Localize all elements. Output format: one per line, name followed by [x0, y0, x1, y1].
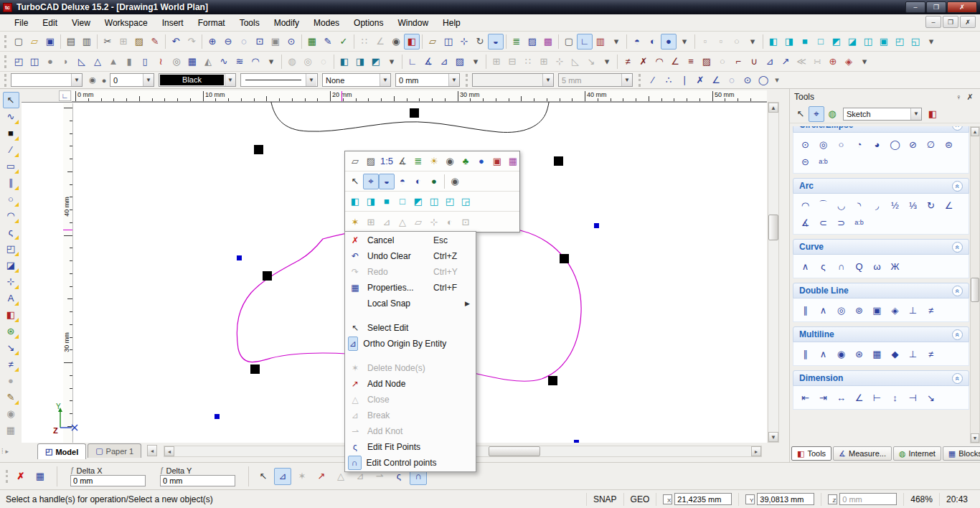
fillet-icon[interactable]: ◠ — [651, 54, 667, 70]
ml-circle-icon[interactable]: ◉ — [832, 345, 850, 362]
dim-diameter-icon[interactable]: ↕ — [886, 389, 904, 406]
mirror-copy-icon[interactable]: ⊞ — [536, 54, 552, 70]
dim-vertical-icon[interactable]: ⇥ — [814, 389, 832, 406]
select-edit-tool[interactable]: ↖ — [3, 92, 19, 108]
circle-edit-icon[interactable]: ○ — [715, 54, 730, 70]
ctx-redo[interactable]: ↷ Redo Ctrl+Y — [346, 264, 475, 280]
node-handle[interactable] — [250, 364, 260, 374]
ctx-select-edit[interactable]: ↖ Select Edit — [346, 320, 475, 336]
overflow-chevron[interactable]: ▾ — [923, 34, 939, 50]
chevron-down-icon[interactable]: ▼ — [910, 108, 921, 120]
node-handle[interactable] — [263, 271, 272, 281]
snap-angle-icon[interactable]: ∠ — [708, 72, 724, 88]
point-tool[interactable]: ■ — [3, 125, 19, 141]
rod-icon[interactable]: ▯ — [137, 54, 153, 70]
snap-tangent-icon[interactable]: ◯ — [755, 72, 771, 88]
close-button[interactable]: ✗ — [947, 1, 977, 13]
snap-toggle[interactable]: SNAP — [586, 493, 623, 506]
ml-rotated-rect-icon[interactable]: ◆ — [886, 345, 904, 362]
panel-globe-icon[interactable]: ◍ — [824, 106, 840, 122]
snap-intersection-icon[interactable]: ✗ — [692, 72, 708, 88]
section-header[interactable]: Circle/Ellipse« — [793, 126, 969, 133]
workplane-face-icon[interactable]: ▱ — [410, 214, 426, 230]
fit-array-icon[interactable]: ⊹ — [552, 54, 567, 70]
dim-leader-icon[interactable]: ⊣ — [904, 389, 922, 406]
scale-1-5-icon[interactable]: 1:5 — [379, 154, 395, 169]
palette-select-icon[interactable]: ↖ — [347, 174, 363, 189]
materials-icon[interactable]: ▥ — [593, 34, 608, 50]
spline-tool[interactable]: ς — [3, 224, 19, 240]
wedge-icon[interactable]: ◺ — [74, 54, 90, 70]
axis-icon[interactable]: ∟ — [577, 34, 593, 50]
circle-concentric-icon[interactable]: ◎ — [814, 136, 832, 153]
chevron-down-icon[interactable]: ▼ — [143, 74, 154, 86]
view-iso-2-icon[interactable]: ◨ — [781, 34, 797, 50]
ctx-add-node[interactable]: ↗ Add Node — [346, 376, 475, 392]
sphere-gray-tool[interactable]: ● — [3, 372, 19, 389]
remove-material-icon[interactable]: ◨ — [352, 54, 368, 70]
mesh-icon[interactable]: ▦ — [184, 54, 200, 70]
ellipse-icon[interactable]: ⊜ — [940, 136, 958, 153]
arc-elliptical-rot-icon[interactable]: ⊃ — [832, 214, 850, 231]
scroll-down-icon[interactable]: ▼ — [768, 432, 778, 442]
cube-view-ne-icon[interactable]: ◧ — [347, 194, 363, 210]
render-settings-icon[interactable]: ▨ — [363, 154, 379, 169]
ml-segment-icon[interactable]: ∥ — [796, 345, 814, 362]
circle-tan-3-icon[interactable]: ⊘ — [904, 136, 922, 153]
view-back-icon[interactable]: □ — [813, 34, 829, 50]
panel-brush-icon[interactable]: ◧ — [925, 106, 941, 122]
ml-polygon-icon[interactable]: ⊛ — [850, 345, 868, 362]
color-palette-icon[interactable]: ▩ — [540, 34, 556, 50]
pattern-select[interactable]: None▼ — [322, 73, 391, 87]
overflow-chevron[interactable]: ▾ — [384, 54, 400, 70]
arc-fixed-ratio-icon[interactable]: a:b — [850, 214, 868, 231]
palette-colors-icon[interactable]: ▦ — [505, 154, 521, 169]
angle-render-icon[interactable]: ∡ — [395, 154, 410, 169]
ctx-local-snap[interactable]: Local Snap ▶ — [346, 296, 475, 311]
ctx-edit-fit-points[interactable]: ς Edit Fit Points — [346, 439, 475, 455]
arc-tan-2-icon[interactable]: ∡ — [796, 214, 814, 231]
t-meet-icon[interactable]: ⊿ — [762, 54, 778, 70]
insp-select-edit-icon[interactable]: ↖ — [255, 468, 272, 485]
scrollbar-thumb[interactable] — [971, 278, 979, 302]
snap-grid-icon[interactable]: ∴ — [661, 72, 677, 88]
dim-parallel-icon[interactable]: ↔ — [832, 389, 850, 406]
extrude-icon[interactable]: ≀ — [153, 54, 169, 70]
cut-icon[interactable]: ✂ — [100, 34, 116, 50]
hidden-line-cup-icon[interactable]: ◓ — [395, 174, 410, 189]
zoom-out-icon[interactable]: ⊖ — [220, 34, 236, 50]
spline-fit-icon[interactable]: ∩ — [832, 258, 850, 275]
lock-icon[interactable]: ƒ — [160, 466, 164, 474]
overflow-chevron[interactable]: ▾ — [677, 34, 692, 50]
collapse-icon[interactable]: « — [952, 329, 963, 340]
layer-select[interactable]: ▼ — [11, 73, 83, 87]
droplet-render-icon[interactable]: ● — [473, 154, 489, 169]
menu-help[interactable]: Help — [435, 16, 468, 30]
chevron-down-icon[interactable]: ▼ — [71, 74, 82, 86]
toolbar-grip[interactable] — [4, 35, 8, 48]
scroll-right-icon[interactable]: ▸ — [751, 446, 761, 456]
chevron-down-icon[interactable]: ▼ — [621, 74, 632, 86]
pan-3d-icon[interactable]: ⊹ — [456, 34, 472, 50]
snap-arc-center-icon[interactable]: ◌ — [724, 72, 740, 88]
workplane-3pt-icon[interactable]: △ — [395, 214, 410, 230]
rotated-ellipse-icon[interactable]: ⊝ — [796, 153, 814, 170]
lock-icon[interactable]: ƒ — [70, 466, 75, 474]
close-panel-icon[interactable]: ✗ — [964, 91, 976, 103]
corner-copy-icon[interactable]: ◺ — [567, 54, 583, 70]
freehand-sketch-icon[interactable]: ω — [868, 258, 886, 275]
view-right-icon[interactable]: ◪ — [844, 34, 860, 50]
scroll-down-icon[interactable]: ▼ — [971, 433, 979, 443]
collapse-icon[interactable]: « — [952, 286, 963, 296]
grid-snap-icon[interactable]: ∷ — [357, 34, 372, 50]
arc-tan-line-icon[interactable]: ◞ — [868, 197, 886, 214]
cube-view-nw-icon[interactable]: ◨ — [363, 194, 379, 210]
toolbar-grip[interactable] — [639, 74, 642, 87]
ctx-add-knot[interactable]: ⇀ Add Knot — [346, 423, 475, 439]
zoom-extents-icon[interactable]: ⊙ — [283, 34, 299, 50]
ctx-delete-nodes[interactable]: ✶ Delete Node(s) — [346, 360, 475, 376]
torus-icon[interactable]: ◎ — [169, 54, 184, 70]
arc-center-begin-end-icon[interactable]: ◠ — [796, 197, 814, 214]
menu-format[interactable]: Format — [191, 16, 232, 30]
offset-icon[interactable]: ≡ — [683, 54, 699, 70]
